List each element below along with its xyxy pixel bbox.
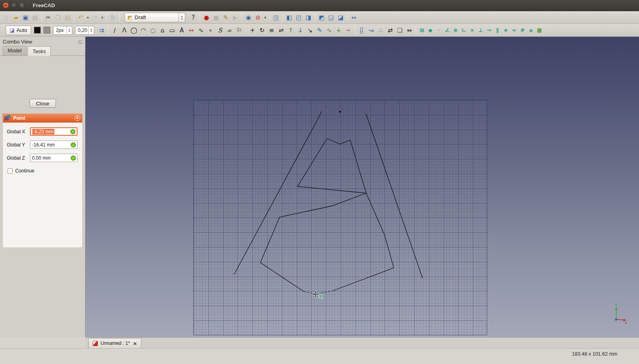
global-y-row: Global Y -16,41 mm ✓: [7, 140, 79, 149]
snap-center-button[interactable]: ⊕: [451, 26, 460, 35]
view-front-button[interactable]: ◧: [284, 13, 294, 22]
workbench-selector[interactable]: ◩ Draft ▴ ▾: [125, 13, 185, 22]
snap-endpoint-button[interactable]: ◆: [426, 26, 435, 35]
whats-this-button[interactable]: ?: [189, 13, 198, 22]
draft-del-point-button[interactable]: ∸: [343, 26, 353, 35]
draft-label-button[interactable]: ⚐: [234, 26, 244, 35]
draft-ellipse-button[interactable]: ◌: [148, 26, 158, 35]
zoom-box-button[interactable]: ◉: [244, 13, 253, 22]
window-maximize-button[interactable]: □: [19, 2, 25, 8]
draft-dimension-button[interactable]: ↔: [187, 26, 196, 35]
draft-downgrade-button[interactable]: ↓: [296, 26, 305, 35]
point-task-header[interactable]: Point ×: [3, 114, 82, 123]
workbench-selector-arrows[interactable]: ▴ ▾: [179, 13, 185, 22]
view-left-button[interactable]: ◪: [336, 13, 345, 22]
macro-record-button[interactable]: ●: [202, 13, 211, 22]
view-isometric-button[interactable]: ◳: [271, 13, 281, 22]
tab-model[interactable]: Model: [3, 46, 26, 55]
open-file-button[interactable]: ▰: [11, 13, 21, 22]
measure-distance-button[interactable]: ↔: [349, 13, 359, 22]
panel-dock-icon[interactable]: ◱: [78, 39, 82, 44]
draft-clone-button[interactable]: ❏: [395, 26, 405, 35]
draft-point-button[interactable]: ∘: [206, 26, 215, 35]
tab-tasks[interactable]: Tasks: [28, 46, 50, 56]
draft-point-array-button[interactable]: ∴: [376, 26, 385, 35]
snap-grid-button[interactable]: #: [518, 26, 527, 35]
draw-style-button[interactable]: ⊘: [253, 13, 263, 22]
draft-polygon-button[interactable]: ⌂: [158, 26, 167, 35]
snap-working-plane-button[interactable]: ◈: [527, 26, 535, 35]
snap-special-button[interactable]: ∗: [502, 26, 510, 35]
document-tab-close-icon[interactable]: ×: [133, 340, 137, 346]
draft-arc-button[interactable]: ◠: [139, 26, 148, 35]
global-y-field[interactable]: -16,41 mm ✓: [30, 140, 77, 149]
text-scale-spinner[interactable]: 0,20 ▲ ▼: [75, 26, 94, 35]
task-close-button[interactable]: Close: [30, 99, 56, 108]
line-color-swatch[interactable]: [34, 27, 41, 34]
draft-move-button[interactable]: +: [248, 26, 257, 35]
draft-array-button[interactable]: ⣿: [357, 26, 366, 35]
collapse-task-icon[interactable]: ×: [75, 115, 80, 121]
snap-ortho-button[interactable]: ∟: [460, 26, 468, 35]
line-width-spinner[interactable]: 2px ▲ ▼: [53, 26, 72, 35]
3d-viewport[interactable]: × Y x: [85, 37, 639, 337]
line-width-arrows[interactable]: ▲ ▼: [66, 26, 72, 34]
draft-text-button[interactable]: A: [177, 26, 187, 35]
macro-edit-button[interactable]: ✎: [221, 13, 230, 22]
snap-angle-button[interactable]: ∠: [443, 26, 451, 35]
snap-perpendicular-button[interactable]: ⊥: [476, 26, 485, 35]
view-bottom-button[interactable]: ◲: [326, 13, 336, 22]
snap-near-button[interactable]: ≈: [510, 26, 518, 35]
draft-trimex-button[interactable]: ⇌: [276, 26, 286, 35]
cut-button[interactable]: ✂: [44, 13, 53, 22]
global-z-field[interactable]: 0,00 mm ✓: [30, 154, 77, 162]
text-scale-arrows[interactable]: ▲ ▼: [88, 26, 94, 34]
draft-upgrade-button[interactable]: ↑: [286, 26, 296, 35]
global-z-label: Global Z: [7, 155, 30, 161]
draft-wire-to-bspline-button[interactable]: ∿: [324, 26, 334, 35]
draft-edit-button[interactable]: ✎: [315, 26, 324, 35]
draft-facebinder-button[interactable]: ▰: [225, 26, 234, 35]
snap-intersection-button[interactable]: ×: [468, 26, 476, 35]
apply-style-button[interactable]: ⇉: [97, 26, 106, 35]
draft-wire-button[interactable]: Λ: [119, 26, 129, 35]
draft-offset-button[interactable]: ≡: [267, 26, 276, 35]
view-rear-button[interactable]: ◩: [317, 13, 326, 22]
window-close-button[interactable]: ×: [3, 2, 9, 8]
undo-button[interactable]: ↶: [76, 13, 85, 22]
snap-marker-icon: ×: [318, 293, 323, 299]
draw-style-dropdown[interactable]: ▾: [263, 13, 268, 22]
toolbar-separator: [42, 13, 42, 22]
snap-parallel-button[interactable]: ∥: [493, 26, 502, 35]
undo-dropdown[interactable]: ▾: [85, 13, 90, 22]
draft-path-array-button[interactable]: ↝: [366, 26, 376, 35]
global-x-field[interactable]: -8,23 mm ✓: [30, 127, 77, 136]
save-button[interactable]: ▣: [21, 13, 30, 22]
continue-checkbox[interactable]: [8, 168, 13, 174]
draft-bspline-button[interactable]: ∿: [196, 26, 206, 35]
draft-add-point-button[interactable]: ∔: [334, 26, 343, 35]
draft-rectangle-button[interactable]: ▭: [167, 26, 177, 35]
document-tab[interactable]: Unnamed : 1* ×: [88, 338, 141, 348]
face-color-swatch[interactable]: [44, 27, 50, 34]
window-minimize-button[interactable]: −: [11, 2, 17, 8]
draft-shapestring-button[interactable]: S: [215, 26, 225, 35]
draft-scale-button[interactable]: ↘: [305, 26, 315, 35]
snap-extension-button[interactable]: →: [485, 26, 493, 35]
redo-dropdown[interactable]: ▾: [100, 13, 105, 22]
view-right-button[interactable]: ◨: [304, 13, 313, 22]
global-x-value: -8,23 mm: [32, 129, 54, 135]
toggle-grid-button[interactable]: ▦: [535, 26, 544, 35]
working-plane-auto-button[interactable]: ◪ Auto: [6, 26, 31, 35]
snap-midpoint-button[interactable]: ◦: [435, 26, 443, 35]
toolbar-separator: [74, 13, 74, 22]
draft-line-button[interactable]: ∕: [110, 26, 119, 35]
point-task-title: Point: [13, 115, 75, 121]
draft-to-sketch-button[interactable]: ⇄: [385, 26, 395, 35]
draft-mirror-button[interactable]: ⇔: [405, 26, 414, 35]
view-top-button[interactable]: ◰: [294, 13, 304, 22]
draft-circle-button[interactable]: ◯: [129, 26, 139, 35]
draft-rotate-button[interactable]: ↻: [257, 26, 267, 35]
new-file-button: ▯: [2, 13, 11, 22]
snap-lock-button[interactable]: ⊠: [418, 26, 426, 35]
